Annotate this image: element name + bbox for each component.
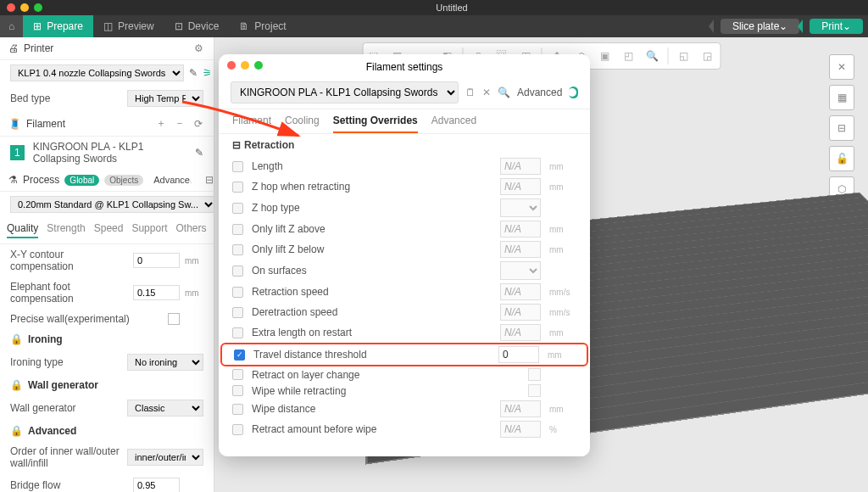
tab-others[interactable]: Others (175, 222, 206, 238)
setting-input-zhop_retract[interactable] (500, 178, 541, 195)
collapse-icon[interactable]: ⊟ (232, 139, 241, 151)
modal-tab-cooling[interactable]: Cooling (285, 115, 320, 133)
filament-remove-icon[interactable]: － (173, 116, 186, 131)
tab-quality[interactable]: Quality (7, 222, 38, 238)
xy-contour-input[interactable] (133, 253, 180, 268)
override-checkbox-retract_before_wipe[interactable] (232, 424, 243, 435)
override-checkbox-zhop_retract[interactable] (232, 182, 243, 193)
setting-input-wipe_retract[interactable] (528, 384, 541, 397)
printer-section-header: 🖨Printer ⚙ (0, 37, 214, 60)
tool3-icon[interactable]: ◱ (673, 46, 693, 66)
setting-input-retract_layer[interactable] (528, 368, 541, 381)
setting-row-retract_before_wipe: Retract amount before wipe% (219, 419, 590, 439)
override-checkbox-retract_layer[interactable] (232, 369, 243, 380)
modal-tab-filament[interactable]: Filament (232, 115, 271, 133)
ironing-type-select[interactable]: No ironing (127, 354, 203, 371)
override-checkbox-wipe_retract[interactable] (232, 385, 243, 396)
modal-advanced-toggle[interactable] (569, 87, 578, 98)
setting-input-length[interactable] (500, 158, 541, 175)
setting-input-wipe_dist[interactable] (500, 400, 541, 417)
close-icon[interactable]: ✕ (829, 54, 854, 80)
elephant-foot-input[interactable] (133, 285, 180, 300)
override-checkbox-wipe_dist[interactable] (232, 404, 243, 415)
process-profile-select[interactable]: 0.20mm Standard @ KLP1 Collapsing Sw... (10, 196, 214, 213)
setting-input-on_surfaces[interactable] (500, 261, 541, 280)
home-button[interactable]: ⌂ (0, 15, 23, 37)
printer-settings-icon[interactable]: ⚙ (192, 42, 205, 54)
override-checkbox-zhop_type[interactable] (232, 203, 243, 214)
filament-color-swatch[interactable]: 1 (10, 145, 25, 160)
override-checkbox-extra_restart[interactable] (232, 327, 243, 338)
setting-input-lift_below[interactable] (500, 241, 541, 258)
modal-tab-advanced[interactable]: Advanced (431, 115, 476, 133)
process-advanced-label: Advanced (153, 175, 195, 185)
setting-row-retract_speed: Retraction speedmm/s (219, 282, 590, 302)
process-objects-tag[interactable]: Objects (104, 175, 143, 186)
tab-strength[interactable]: Strength (47, 222, 85, 238)
window-title: Untitled (42, 3, 861, 13)
filament-name: KINGROON PLA - KLP1 Collapsing Swords (33, 141, 190, 165)
setting-input-lift_above[interactable] (500, 221, 541, 238)
printer-edit-icon[interactable]: ✎ (189, 67, 198, 79)
tool2-icon[interactable]: ◰ (618, 46, 638, 66)
process-subtabs: Quality Strength Speed Support Others (0, 217, 214, 244)
precise-wall-checkbox[interactable] (168, 313, 180, 325)
tab-prepare[interactable]: ⊞ Prepare (23, 15, 93, 37)
setting-input-extra_restart[interactable] (500, 324, 541, 341)
override-checkbox-deretract_speed[interactable] (232, 307, 243, 318)
modal-delete-icon[interactable]: ✕ (482, 87, 491, 98)
override-checkbox-on_surfaces[interactable] (232, 266, 243, 277)
setting-label-retract_before_wipe: Retract amount before wipe (252, 423, 492, 435)
bed-type-select[interactable]: High Temp Plate (127, 90, 203, 107)
print-button[interactable]: Print ⌄ (810, 19, 863, 34)
wall-order-select[interactable]: inner/outer/in... (127, 449, 203, 466)
setting-input-travel_threshold[interactable] (498, 346, 539, 363)
process-global-tag[interactable]: Global (64, 175, 99, 186)
setting-label-on_surfaces: On surfaces (252, 265, 492, 277)
devices-icon[interactable]: ⊟ (829, 115, 854, 141)
modal-traffic-lights[interactable] (227, 61, 263, 70)
override-checkbox-travel_threshold[interactable] (234, 349, 245, 361)
setting-input-retract_before_wipe[interactable] (500, 421, 541, 438)
modal-search-icon[interactable]: 🔍 (498, 87, 510, 98)
setting-input-zhop_type[interactable] (500, 198, 541, 217)
tool1-icon[interactable]: ▣ (594, 46, 615, 66)
setting-input-retract_speed[interactable] (500, 283, 541, 300)
filament-edit-icon[interactable]: ✎ (195, 147, 203, 159)
tab-device[interactable]: ⊡ Device (164, 15, 230, 37)
window-traffic-lights[interactable] (7, 3, 42, 12)
tile-icon[interactable]: ▦ (829, 85, 854, 110)
filament-section-header: 🧵Filament ＋ － ⟳ (0, 111, 214, 137)
filament-item-1[interactable]: 1 KINGROON PLA - KLP1 Collapsing Swords … (0, 137, 214, 169)
override-checkbox-lift_above[interactable] (232, 224, 243, 235)
bridge-flow-input[interactable] (133, 478, 180, 492)
setting-row-lift_above: Only lift Z abovemm (219, 219, 590, 239)
unlock-icon[interactable]: 🔓 (829, 146, 854, 171)
setting-label-zhop_retract: Z hop when retracting (252, 181, 492, 193)
override-checkbox-retract_speed[interactable] (232, 287, 243, 298)
elephant-foot-label: Elephant foot compensation (10, 281, 128, 305)
tab-preview[interactable]: ◫ Preview (93, 15, 164, 37)
wallgen-select[interactable]: Classic (127, 400, 203, 417)
search-icon[interactable]: 🔍 (642, 46, 662, 66)
modal-tab-overrides[interactable]: Setting Overrides (333, 115, 418, 133)
filament-sync-icon[interactable]: ⟳ (192, 118, 205, 130)
printer-wifi-icon[interactable]: ⚞ (203, 67, 212, 79)
tab-support[interactable]: Support (131, 222, 167, 238)
precise-wall-label: Precise wall(experimental) (10, 313, 163, 325)
slice-button[interactable]: Slice plate ⌄ (721, 19, 799, 34)
advanced-header: Advanced (28, 425, 76, 437)
printer-header-label: Printer (24, 42, 53, 54)
process-compare-icon[interactable]: ⊟ (205, 174, 214, 186)
modal-filament-select[interactable]: KINGROON PLA - KLP1 Collapsing Swords (231, 81, 459, 103)
tool4-icon[interactable]: ◲ (697, 46, 717, 66)
override-checkbox-length[interactable] (232, 161, 243, 172)
filament-add-icon[interactable]: ＋ (154, 116, 168, 131)
modal-save-icon[interactable]: 🗒 (465, 87, 476, 98)
setting-unit-travel_threshold: mm (548, 350, 575, 360)
tab-project[interactable]: 🗎 Project (229, 15, 296, 37)
tab-speed[interactable]: Speed (94, 222, 124, 238)
setting-input-deretract_speed[interactable] (500, 304, 541, 321)
printer-profile-select[interactable]: KLP1 0.4 nozzle Collapsing Swords (10, 64, 184, 81)
override-checkbox-lift_below[interactable] (232, 244, 243, 255)
